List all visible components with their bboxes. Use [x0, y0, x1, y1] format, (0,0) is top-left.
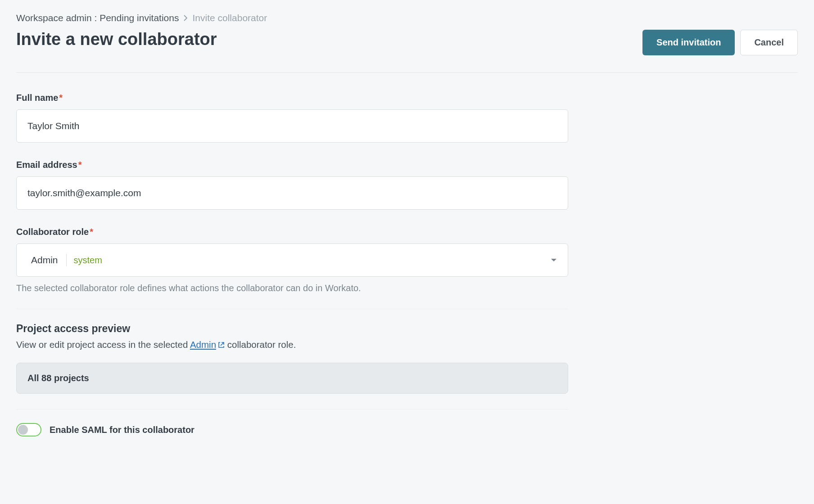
label-text: Collaborator role — [16, 227, 89, 237]
saml-toggle-label: Enable SAML for this collaborator — [50, 425, 194, 435]
send-invitation-button[interactable]: Send invitation — [642, 30, 735, 55]
header-actions: Send invitation Cancel — [642, 30, 798, 55]
role-select[interactable]: Admin system — [16, 243, 568, 277]
required-mark: * — [78, 160, 82, 170]
label-text: Email address — [16, 160, 77, 170]
required-mark: * — [59, 93, 63, 103]
desc-suffix: collaborator role. — [225, 339, 296, 350]
projects-summary-text: All 88 projects — [27, 373, 89, 383]
role-label: Collaborator role* — [16, 227, 568, 237]
section-divider — [16, 309, 568, 309]
cancel-button[interactable]: Cancel — [740, 30, 798, 55]
admin-role-link[interactable]: Admin — [190, 339, 225, 350]
project-access-title: Project access preview — [16, 323, 568, 335]
saml-toggle-row: Enable SAML for this collaborator — [16, 423, 568, 436]
desc-prefix: View or edit project access in the selec… — [16, 339, 190, 350]
role-tag: system — [74, 255, 102, 266]
required-mark: * — [90, 227, 93, 237]
full-name-field: Full name* — [16, 93, 568, 143]
saml-toggle[interactable] — [16, 423, 41, 436]
caret-down-icon — [551, 256, 557, 264]
breadcrumb-current: Invite collaborator — [192, 13, 267, 23]
breadcrumb: Workspace admin : Pending invitations In… — [16, 13, 798, 23]
full-name-label: Full name* — [16, 93, 568, 103]
role-helper-text: The selected collaborator role defines w… — [16, 283, 568, 293]
email-field: Email address* — [16, 160, 568, 210]
email-input[interactable] — [16, 176, 568, 210]
label-text: Full name — [16, 93, 58, 103]
form: Full name* Email address* Collaborator r… — [16, 93, 568, 436]
divider — [16, 72, 798, 73]
role-selected-value: Admin — [31, 255, 58, 266]
external-link-icon — [218, 342, 225, 348]
role-field: Collaborator role* Admin system The sele… — [16, 227, 568, 293]
email-label: Email address* — [16, 160, 568, 170]
section-divider — [16, 409, 568, 410]
full-name-input[interactable] — [16, 109, 568, 143]
toggle-knob — [18, 425, 28, 435]
select-divider — [66, 254, 67, 266]
page-title: Invite a new collaborator — [16, 30, 217, 49]
projects-summary-box: All 88 projects — [16, 363, 568, 394]
page-header: Invite a new collaborator Send invitatio… — [16, 30, 798, 55]
chevron-right-icon — [183, 15, 188, 21]
breadcrumb-root[interactable]: Workspace admin : Pending invitations — [16, 13, 179, 23]
project-access-description: View or edit project access in the selec… — [16, 339, 568, 350]
